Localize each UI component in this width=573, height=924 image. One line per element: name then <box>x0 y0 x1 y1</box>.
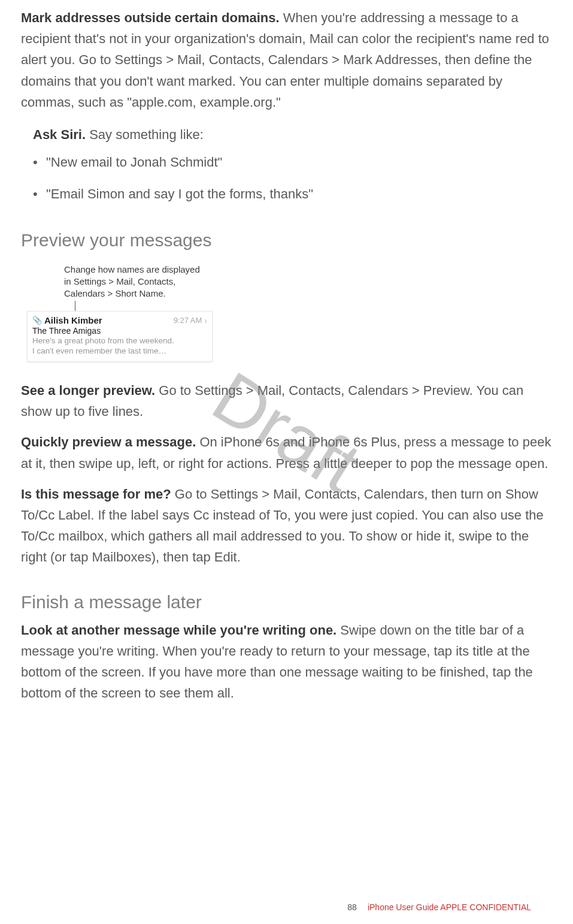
mail-sender: Ailish Kimber <box>44 315 102 325</box>
mail-subject: The Three Amigas <box>32 326 207 336</box>
chevron-right-icon: › <box>204 316 207 325</box>
ask-siri-lead-line: Ask Siri. Say something like: <box>33 127 552 143</box>
mail-preview-text: Here's a great photo from the weekend. I… <box>32 336 207 357</box>
callout-line: Change how names are displayed <box>64 264 220 276</box>
heading-finish-later: Finish a message later <box>21 592 552 612</box>
para-longer-preview: See a longer preview. Go to Settings > M… <box>21 380 552 422</box>
para-for-me: Is this message for me? Go to Settings >… <box>21 484 552 568</box>
page-footer: 88 iPhone User Guide APPLE CONFIDENTIAL <box>347 902 531 912</box>
page-number: 88 <box>347 902 357 912</box>
callout-line: in Settings > Mail, Contacts, <box>64 276 220 288</box>
para-mark-lead: Mark addresses outside certain domains. <box>21 10 280 25</box>
ask-siri-block: Ask Siri. Say something like: "New email… <box>33 127 552 204</box>
para-look-another: Look at another message while you're wri… <box>21 620 552 704</box>
time-wrap: 9:27 AM › <box>174 316 207 325</box>
figure-callout: Change how names are displayed in Settin… <box>64 264 220 300</box>
mail-preview-line: I can't even remember the last time… <box>32 346 207 357</box>
attachment-icon: 📎 <box>32 316 42 325</box>
mail-header-row: 📎 Ailish Kimber 9:27 AM › <box>32 315 207 325</box>
figure-mail-preview: Change how names are displayed in Settin… <box>27 264 552 363</box>
footer-title: iPhone User Guide APPLE CONFIDENTIAL <box>368 902 531 912</box>
callout-pointer-line <box>75 301 75 312</box>
para-longer-lead: See a longer preview. <box>21 383 155 398</box>
siri-example-list: "New email to Jonah Schmidt" "Email Simo… <box>33 153 552 204</box>
para-mark-addresses: Mark addresses outside certain domains. … <box>21 7 552 113</box>
para-quick-lead: Quickly preview a message. <box>21 434 196 449</box>
mail-time: 9:27 AM <box>174 316 202 325</box>
sender-wrap: 📎 Ailish Kimber <box>32 315 102 325</box>
para-forme-lead: Is this message for me? <box>21 487 171 502</box>
heading-preview-messages: Preview your messages <box>21 230 552 250</box>
mail-preview-card: 📎 Ailish Kimber 9:27 AM › The Three Amig… <box>27 311 213 362</box>
callout-line: Calendars > Short Name. <box>64 288 220 300</box>
ask-siri-tail: Say something like: <box>86 127 204 142</box>
siri-example-item: "New email to Jonah Schmidt" <box>33 153 552 172</box>
siri-example-item: "Email Simon and say I got the forms, th… <box>33 185 552 204</box>
ask-siri-lead: Ask Siri. <box>33 127 86 142</box>
para-look-lead: Look at another message while you're wri… <box>21 623 336 638</box>
mail-preview-line: Here's a great photo from the weekend. <box>32 336 207 346</box>
para-quick-preview: Quickly preview a message. On iPhone 6s … <box>21 431 552 473</box>
